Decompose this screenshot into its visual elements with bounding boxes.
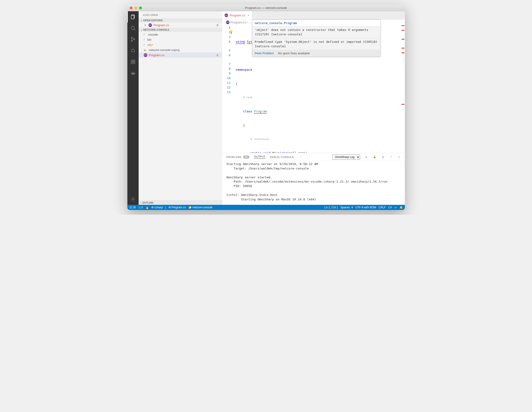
close-icon[interactable]: × xyxy=(247,14,249,17)
warning-icon: ⚠ xyxy=(138,206,141,209)
open-editor-filename: Program.cs xyxy=(154,23,169,27)
csharp-file-icon: C# xyxy=(144,53,148,57)
close-window-button[interactable] xyxy=(130,7,133,9)
settings-icon[interactable] xyxy=(127,194,139,205)
folder-icon: 📁 xyxy=(188,206,192,209)
tab-program-cs[interactable]: C# Program.cs × xyxy=(222,11,252,19)
status-file[interactable]: ⚙Program.cs xyxy=(168,206,186,209)
error-badge: 8 xyxy=(217,23,220,27)
tab-problems[interactable]: PROBLEMS 26 xyxy=(227,155,249,159)
open-editors-label: OPEN EDITORS xyxy=(143,19,163,22)
file-name: netcore-console.csproj xyxy=(149,48,180,52)
chevron-right-icon: › xyxy=(247,21,248,24)
output-content[interactable]: Starting OmniSharp server at 9/29/2019, … xyxy=(222,161,405,205)
svg-point-17 xyxy=(132,198,134,200)
outline-header[interactable]: › OUTLINE xyxy=(139,200,222,205)
status-encoding[interactable]: UTF-8 with BOM xyxy=(355,206,376,209)
status-feedback-icon[interactable]: ☺ xyxy=(394,206,397,209)
lightbulb-icon[interactable]: 💡 xyxy=(229,29,233,34)
csharp-icon: ⚙ xyxy=(168,206,171,209)
status-warnings[interactable]: ⚠0 xyxy=(138,206,143,209)
codelens[interactable]: 0 references xyxy=(251,137,269,142)
tab-output[interactable]: OUTPUT xyxy=(254,155,265,159)
folder-obj[interactable]: › obj • xyxy=(139,42,222,47)
tab-label: Program.cs xyxy=(230,14,245,17)
status-csharp[interactable]: ⚙csharp xyxy=(151,206,163,209)
file-program-cs[interactable]: C# Program.cs 8 xyxy=(139,52,222,57)
status-errors[interactable]: ⓧ26 xyxy=(129,206,136,209)
peek-problem-link[interactable]: Peek Problem xyxy=(255,52,274,55)
csharp-file-icon: C# xyxy=(148,23,152,27)
window-title: Program.cs — netcore-console xyxy=(127,6,405,9)
svg-line-3 xyxy=(134,29,135,30)
svg-rect-16 xyxy=(133,60,135,62)
panel-tabs: PROBLEMS 26 OUTPUT DEBUG CONSOLE ⋯ OmniS… xyxy=(222,153,405,161)
traffic-lights xyxy=(130,7,142,9)
hover-error-2: Predefined type 'System.Object' is not d… xyxy=(252,38,380,50)
breadcrumb-file: Program.cs xyxy=(231,21,246,24)
docker-icon[interactable] xyxy=(127,67,139,79)
outline-label: OUTLINE xyxy=(142,201,153,204)
chevron-up-icon[interactable]: ⌃ xyxy=(390,155,393,159)
svg-rect-14 xyxy=(131,62,133,64)
hover-tooltip: netcore_console.Program 'object' does no… xyxy=(252,20,380,57)
flame-icon: 🔥 xyxy=(145,206,149,209)
bottom-panel: PROBLEMS 26 OUTPUT DEBUG CONSOLE ⋯ OmniS… xyxy=(222,153,405,205)
svg-point-2 xyxy=(131,26,134,29)
activity-bar xyxy=(127,11,139,205)
status-eol[interactable]: CRLF xyxy=(379,206,386,209)
word-wrap-icon[interactable]: ≡ xyxy=(365,156,368,159)
status-bell-icon[interactable]: 🔔 xyxy=(399,206,403,209)
status-folder[interactable]: 📁netcore-console xyxy=(188,206,212,209)
svg-rect-15 xyxy=(133,62,135,64)
search-icon[interactable] xyxy=(127,22,139,34)
chevron-right-icon: › xyxy=(141,201,142,204)
explorer-icon[interactable] xyxy=(127,11,139,22)
folder-bin[interactable]: › bin xyxy=(139,37,222,42)
project-header[interactable]: ⌄ NETCORE-CONSOLE xyxy=(139,28,222,32)
status-language[interactable]: C# xyxy=(388,206,392,209)
xml-file-icon: ◈ xyxy=(144,48,148,52)
folder-name: obj xyxy=(148,43,152,47)
extensions-icon[interactable] xyxy=(127,56,139,67)
codelens[interactable]: 0 refe xyxy=(243,95,253,100)
status-bar: ⓧ26 ⚠0 🔥 ⚙csharp | ⚙Program.cs 📁netcore-… xyxy=(127,205,405,210)
open-editors-header[interactable]: ⌄ OPEN EDITORS xyxy=(139,18,222,22)
status-cursor[interactable]: Ln 1, Col 1 xyxy=(324,206,338,209)
chevron-right-icon: › xyxy=(144,38,147,41)
hover-error-1: 'object' does not contain a constructor … xyxy=(252,27,380,38)
svg-point-4 xyxy=(131,37,132,38)
error-icon: ⓧ xyxy=(129,206,132,209)
debug-icon[interactable] xyxy=(127,45,139,56)
folder-vscode[interactable]: › .vscode xyxy=(139,32,222,37)
hover-actions: Peek Problem No quick fixes available xyxy=(252,50,380,56)
vscode-window: Program.cs — netcore-console xyxy=(127,5,405,210)
svg-rect-13 xyxy=(131,60,133,62)
open-editor-item[interactable]: × C# Program.cs 8 xyxy=(139,22,222,28)
maximize-window-button[interactable] xyxy=(139,7,142,9)
csharp-file-icon: C# xyxy=(225,14,228,17)
minimize-window-button[interactable] xyxy=(134,7,137,9)
file-csproj[interactable]: ◈ netcore-console.csproj xyxy=(139,47,222,52)
tab-debug-console[interactable]: DEBUG CONSOLE xyxy=(270,156,294,159)
svg-line-9 xyxy=(131,50,132,50)
csharp-file-icon: C# xyxy=(226,20,230,24)
chevron-down-icon: ⌄ xyxy=(141,19,142,22)
minimap[interactable] xyxy=(401,25,405,153)
titlebar: Program.cs — netcore-console xyxy=(127,5,405,11)
no-quick-fix-label: No quick fixes available xyxy=(278,52,310,55)
output-channel-select[interactable]: OmniSharp Log xyxy=(332,154,360,160)
error-badge: 8 xyxy=(217,53,220,57)
source-control-icon[interactable] xyxy=(127,34,139,45)
hover-title: netcore_console.Program xyxy=(252,20,380,27)
clear-icon[interactable]: ⎘ xyxy=(382,156,385,159)
close-icon[interactable]: × xyxy=(144,23,147,27)
status-flame[interactable]: 🔥 xyxy=(145,206,149,209)
status-spaces[interactable]: Spaces: 4 xyxy=(341,206,353,209)
chevron-right-icon: › xyxy=(144,43,147,46)
svg-line-11 xyxy=(131,52,132,52)
close-icon[interactable]: × xyxy=(398,156,400,159)
more-icon[interactable]: ⋯ xyxy=(300,155,302,159)
lock-icon[interactable]: 🔓 xyxy=(372,155,377,159)
csharp-icon: ⚙ xyxy=(151,206,154,209)
